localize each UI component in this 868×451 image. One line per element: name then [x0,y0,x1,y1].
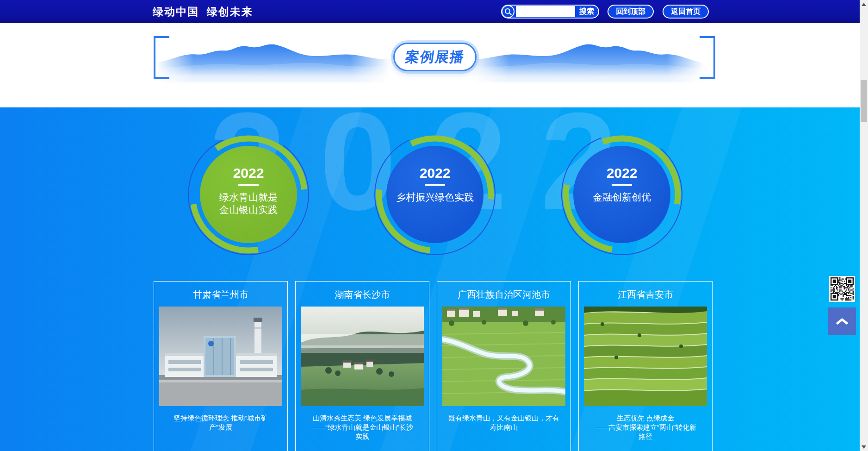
caption-line: 实践 [302,432,422,441]
case-photo-river-fields [442,307,565,406]
circle-caption-line: 金融创新创优 [573,191,670,203]
scrollbar-thumb[interactable] [861,80,867,122]
case-card-hechi[interactable]: 广西壮族自治区河池市 [437,281,571,451]
caption-line: 路径 [585,432,706,441]
divider [612,184,632,186]
year-circle: 2022 乡村振兴绿色实践 [386,146,484,243]
search-icon [502,5,515,18]
divider [238,184,259,186]
year-circle: 2022 绿水青山就是 金山银山实践 [200,146,297,243]
case-caption: 既有绿水青山，又有金山银山，才有 寿比南山 [437,413,570,432]
scrollbar-down-arrow[interactable] [862,445,866,449]
case-city: 江西省吉安市 [579,288,712,301]
year-label: 2022 [386,165,484,181]
search-bar: 搜索 [501,5,599,19]
year-circle-group-3[interactable]: 2022 金融创新创优 [557,130,687,259]
mountain-decoration-right [470,30,704,84]
caption-line: 产”发展 [161,423,281,432]
bracket-decoration-right [700,36,715,79]
case-photo-terraces [584,307,707,406]
scrollbar-up-arrow[interactable] [862,3,866,6]
year-circle: 2022 金融创新创优 [573,146,670,243]
case-caption: 山清水秀生态美 绿色发展幸福城 ——“绿水青山就是金山银山”长沙 实践 [296,413,429,441]
caption-line: 坚持绿色循环理念 推动“城市矿 [161,413,281,423]
case-card-lanzhou[interactable]: 甘肃省兰州市 [154,281,288,451]
case-card-changsha[interactable]: 湖南省长沙市 [295,281,429,451]
search-button[interactable]: 搜索 [575,6,598,18]
bracket-decoration-left [154,36,169,79]
qr-code-image [831,277,854,301]
divider [425,184,445,186]
case-photo-misty-village [301,307,424,406]
scrollbar-track[interactable] [860,0,868,451]
circle-caption-line: 乡村振兴绿色实践 [386,191,484,203]
case-caption: 坚持绿色循环理念 推动“城市矿 产”发展 [154,413,287,432]
scroll-to-top-button[interactable] [828,307,856,335]
case-caption: 生态优先 点绿成金 ——吉安市探索建立“两山”转化新 路径 [579,413,712,441]
section-title-badge: 案例展播 [393,43,477,71]
case-city: 湖南省长沙市 [296,288,429,301]
section-title: 案例展播 [404,48,466,67]
showcase-section: 2022 2022 绿水青山就是 金山银山实践 2022 [0,107,860,451]
year-label: 2022 [200,165,297,181]
circle-caption-line: 绿水青山就是 [200,191,297,203]
chevron-up-icon [836,318,848,325]
caption-line: ——吉安市探索建立“两山”转化新 [585,423,706,432]
mountain-decoration-left [156,30,390,84]
caption-line: 寿比南山 [444,423,564,432]
circle-caption-line: 金山银山实践 [200,203,297,216]
caption-line: 生态优先 点绿成金 [585,413,706,423]
section-header: 案例展播 [0,23,860,107]
caption-line: 山清水秀生态美 绿色发展幸福城 [302,413,422,423]
return-home-button[interactable]: 返回首页 [663,5,709,19]
page: 绿动中国 绿创未来 搜索 回到顶部 返回首页 [0,0,868,451]
caption-line: 既有绿水青山，又有金山银山，才有 [444,413,564,423]
case-city: 广西壮族自治区河池市 [437,288,570,301]
case-photo-factory [159,307,282,406]
year-label: 2022 [573,165,670,181]
case-card-jian[interactable]: 江西省吉安市 [578,281,713,451]
case-card-row: 甘肃省兰州市 [154,281,713,451]
back-to-top-button[interactable]: 回到顶部 [608,5,654,19]
qr-code [829,276,855,302]
top-navbar: 绿动中国 绿创未来 搜索 回到顶部 返回首页 [0,0,860,23]
search-input[interactable] [516,6,575,17]
year-circle-group-2[interactable]: 2022 乡村振兴绿色实践 [370,130,500,259]
case-city: 甘肃省兰州市 [154,288,287,301]
caption-line: ——“绿水青山就是金山银山”长沙 [302,423,422,432]
year-circle-group-1[interactable]: 2022 绿水青山就是 金山银山实践 [184,130,313,259]
site-slogan: 绿动中国 绿创未来 [153,0,253,23]
